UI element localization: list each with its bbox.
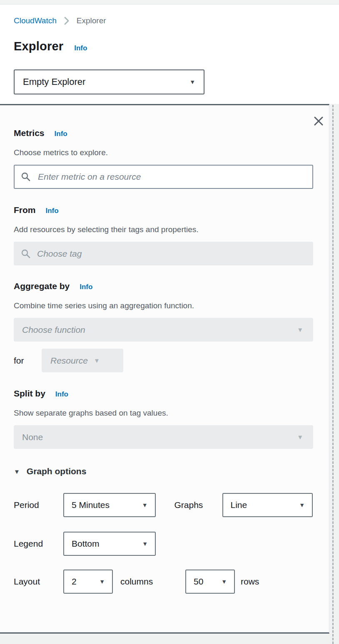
split-by-heading: Split by — [14, 389, 45, 399]
chevron-right-icon — [63, 16, 70, 25]
columns-unit-label: columns — [120, 577, 162, 587]
from-info-link[interactable]: Info — [46, 207, 59, 215]
split-description: Show separate graphs based on tag values… — [14, 408, 313, 418]
metric-search — [14, 165, 313, 189]
breadcrumb-cloudwatch-link[interactable]: CloudWatch — [14, 16, 57, 25]
aggregate-by-heading: Aggregate by — [14, 281, 70, 291]
from-description: Add resources by selecting their tags an… — [14, 225, 313, 235]
aggregate-for-label: for — [14, 356, 42, 366]
tag-search — [14, 242, 313, 265]
dropdown-arrow-icon: ▼ — [189, 79, 195, 85]
period-value: 5 Minutes — [72, 500, 110, 510]
panel-resize-handle[interactable] — [332, 105, 334, 644]
search-icon — [21, 172, 31, 182]
dropdown-arrow-icon: ▼ — [299, 502, 305, 508]
explorer-template-select[interactable]: Empty Explorer ▼ — [14, 69, 204, 94]
layout-rows-select[interactable]: 50 ▼ — [185, 570, 235, 594]
page-info-link[interactable]: Info — [74, 44, 87, 52]
split-by-value: None — [22, 432, 43, 442]
metrics-description: Choose metrics to explore. — [14, 148, 313, 158]
split-info-link[interactable]: Info — [55, 390, 68, 399]
layout-columns-select[interactable]: 2 ▼ — [63, 570, 113, 594]
metric-search-input[interactable] — [14, 165, 313, 189]
legend-label: Legend — [14, 539, 63, 549]
choose-tag-input[interactable] — [14, 242, 313, 265]
metrics-info-link[interactable]: Info — [55, 130, 67, 138]
top-strip — [0, 0, 339, 5]
graph-options-heading: Graph options — [27, 466, 87, 476]
legend-select[interactable]: Bottom ▼ — [63, 532, 156, 556]
period-select[interactable]: 5 Minutes ▼ — [63, 493, 156, 517]
aggregate-for-select[interactable]: Resource ▼ — [42, 349, 123, 372]
rows-unit-label: rows — [241, 577, 259, 587]
metrics-heading: Metrics — [14, 128, 45, 138]
bottom-strip — [0, 634, 330, 644]
layout-label: Layout — [14, 577, 63, 587]
dropdown-arrow-icon: ▼ — [94, 357, 100, 364]
aggregate-for-value: Resource — [50, 356, 88, 366]
layout-rows-value: 50 — [194, 577, 203, 587]
dropdown-arrow-icon: ▼ — [297, 434, 303, 440]
dropdown-arrow-icon: ▼ — [142, 502, 148, 508]
close-icon — [313, 115, 324, 128]
collapse-triangle-icon: ▼ — [14, 468, 20, 475]
search-icon — [21, 249, 31, 259]
graphs-label: Graphs — [174, 500, 222, 510]
aggregate-info-link[interactable]: Info — [80, 283, 92, 291]
from-heading: From — [14, 205, 36, 215]
split-by-select[interactable]: None ▼ — [14, 425, 313, 449]
aggregate-description: Combine time series using an aggregation… — [14, 301, 313, 311]
right-gutter — [330, 104, 339, 644]
aggregate-function-placeholder: Choose function — [22, 325, 85, 335]
dropdown-arrow-icon: ▼ — [99, 579, 105, 585]
dropdown-arrow-icon: ▼ — [142, 541, 148, 547]
layout-columns-value: 2 — [72, 577, 77, 587]
page-title: Explorer — [14, 40, 63, 53]
graphs-select[interactable]: Line ▼ — [222, 493, 313, 517]
period-label: Period — [14, 500, 63, 510]
close-panel-button[interactable] — [312, 115, 325, 128]
breadcrumb: CloudWatch Explorer — [14, 16, 325, 25]
aggregate-function-select[interactable]: Choose function ▼ — [14, 318, 313, 342]
breadcrumb-current: Explorer — [77, 16, 106, 25]
graphs-value: Line — [231, 500, 247, 510]
legend-value: Bottom — [72, 539, 100, 549]
explorer-template-value: Empty Explorer — [23, 77, 85, 87]
dropdown-arrow-icon: ▼ — [221, 579, 227, 585]
dropdown-arrow-icon: ▼ — [297, 327, 303, 333]
explorer-settings-panel: Metrics Info Choose metrics to explore. … — [0, 104, 329, 634]
page-header: CloudWatch Explorer Explorer Info Empty … — [0, 5, 339, 94]
graph-options-toggle[interactable]: ▼ Graph options — [14, 466, 313, 477]
